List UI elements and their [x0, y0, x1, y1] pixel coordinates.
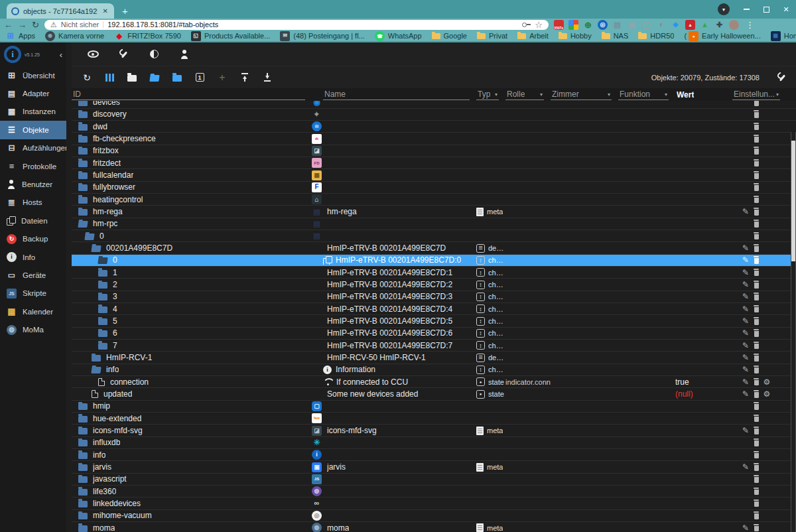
browser-menu-icon[interactable]: ⋮ — [746, 20, 754, 30]
delete-icon[interactable] — [753, 101, 760, 106]
object-row[interactable]: fullcalendar▦ — [72, 169, 796, 181]
password-key-icon[interactable] — [522, 22, 531, 27]
column-header-id[interactable]: ID — [72, 90, 305, 100]
default-expand-button[interactable] — [171, 72, 183, 84]
sidebar-item-objekte[interactable]: ☰Objekte — [0, 121, 66, 139]
object-row[interactable]: hm-rega▤hm-regameta✎ — [72, 206, 796, 218]
object-row[interactable]: fritzdectFD — [72, 157, 796, 169]
adblock-extension-icon[interactable]: 5507x — [554, 20, 564, 30]
back-icon[interactable]: ← — [4, 21, 13, 29]
object-row[interactable]: 0▤ — [72, 230, 796, 242]
columns-button[interactable] — [103, 72, 115, 84]
object-row[interactable]: fb-checkpresenceıIı — [72, 133, 796, 145]
delete-icon[interactable] — [753, 524, 760, 532]
delete-icon[interactable] — [753, 354, 760, 362]
object-row[interactable]: 2HmIP-eTRV-B 00201A499E8C7D:2↕channel✎ — [72, 279, 796, 291]
delete-icon[interactable] — [753, 475, 760, 483]
bookmark[interactable]: Privat — [477, 32, 507, 40]
droplet-extension-icon[interactable]: ◆ — [671, 20, 681, 30]
object-row[interactable]: hmip▢ — [72, 401, 796, 413]
delete-icon[interactable] — [753, 317, 760, 325]
delete-icon[interactable] — [753, 256, 760, 264]
object-row[interactable]: 7HmIP-eTRV-B 00201A499E8C7D:7↕channel✎ — [72, 340, 796, 352]
object-row[interactable]: HmIP-RCV-1HmIP-RCV-50 HmIP-RCV-1☰device✎ — [72, 352, 796, 364]
edit-icon[interactable]: ✎ — [742, 524, 749, 532]
bookmark[interactable]: NAS — [602, 32, 629, 40]
delete-icon[interactable] — [753, 305, 760, 313]
edit-icon[interactable]: ✎ — [742, 390, 749, 398]
object-row[interactable]: 1HmIP-eTRV-B 00201A499E8C7D:1↕channel✎ — [72, 267, 796, 279]
delete-icon[interactable] — [753, 293, 760, 300]
object-row[interactable]: 4HmIP-eTRV-B 00201A499E8C7D:4↕channel✎ — [72, 303, 796, 315]
globe-extension-icon[interactable]: ⊕ — [583, 20, 593, 30]
bookmark[interactable]: ◉Kamera vorne — [45, 31, 104, 41]
object-row[interactable]: influxdb✳ — [72, 437, 796, 449]
object-row[interactable]: discovery⌖ — [72, 109, 796, 121]
edit-icon[interactable]: ✎ — [742, 329, 749, 337]
sidebar-item-adapter[interactable]: ▤Adapter — [0, 84, 66, 102]
copy-icon[interactable] — [323, 256, 332, 265]
column-header-funktion[interactable]: Funktion▾ — [618, 90, 669, 100]
object-row[interactable]: fullybrowserF — [72, 182, 796, 194]
target-extension-icon[interactable]: ◎ — [598, 20, 608, 30]
column-header-name[interactable]: Name — [323, 90, 470, 100]
edit-icon[interactable]: ✎ — [742, 208, 749, 216]
close-button[interactable]: ✕ — [776, 0, 796, 19]
media-controls-button[interactable]: ▼ — [718, 3, 730, 15]
google-arc-extension-icon[interactable] — [568, 20, 578, 30]
column-header-rolle[interactable]: Rolle▾ — [505, 90, 544, 100]
delete-icon[interactable] — [753, 329, 760, 337]
ring-extension-icon[interactable]: ◯ — [641, 20, 651, 30]
delete-icon[interactable] — [753, 488, 760, 496]
sidebar-item-hosts[interactable]: ≣Hosts — [0, 194, 66, 212]
delete-icon[interactable] — [753, 402, 760, 410]
delete-icon[interactable] — [753, 366, 760, 373]
address-bar[interactable]: ⚠ Nicht sicher 192.168.178.51:8081/#tab-… — [44, 20, 549, 30]
delete-icon[interactable] — [753, 269, 760, 277]
object-row[interactable]: icons-mfd-svg◪icons-mfd-svgmeta✎ — [72, 425, 796, 436]
object-row[interactable]: fritzbox◪ — [72, 145, 796, 157]
delete-icon[interactable] — [753, 244, 760, 252]
key-extension-icon[interactable]: ♀ — [656, 20, 666, 30]
edit-icon[interactable]: ✎ — [742, 317, 749, 325]
new-tab-button[interactable]: + — [122, 3, 128, 19]
settings-wrench-icon[interactable] — [777, 72, 787, 82]
delete-icon[interactable] — [753, 390, 760, 398]
delete-icon[interactable] — [753, 499, 760, 507]
filter-caret-icon[interactable]: ▾ — [540, 92, 543, 98]
edit-icon[interactable]: ✎ — [742, 269, 749, 277]
bookmark[interactable]: ☎WhatsApp — [375, 31, 422, 41]
visibility-button[interactable] — [86, 48, 100, 61]
edit-icon[interactable]: ✎ — [742, 293, 749, 300]
delete-icon[interactable] — [753, 208, 760, 216]
delete-icon[interactable] — [753, 415, 760, 423]
object-row[interactable]: mihome-vacuum◎ — [72, 510, 796, 522]
delete-icon[interactable] — [753, 159, 760, 167]
export-button[interactable] — [261, 72, 273, 84]
object-row[interactable]: moma◍momameta✎ — [72, 522, 796, 532]
import-button[interactable] — [239, 72, 251, 84]
bookmark[interactable]: (●Early Halloween... — [684, 31, 760, 41]
delete-icon[interactable] — [753, 232, 760, 240]
column-header-zimmer[interactable]: Zimmer▾ — [551, 90, 612, 100]
delete-icon[interactable] — [753, 196, 760, 204]
bookmark[interactable]: ⊞Apps — [5, 31, 35, 41]
object-row[interactable]: 00201A499E8C7DHmIP-eTRV-B 00201A499E8C7D… — [72, 242, 796, 254]
delete-icon[interactable] — [753, 281, 760, 289]
edit-icon[interactable]: ✎ — [742, 281, 749, 289]
theme-toggle-button[interactable] — [147, 48, 161, 61]
filter-caret-icon[interactable]: ▾ — [665, 92, 667, 98]
bookmark[interactable]: ◱Products Available... — [191, 31, 270, 41]
bookmark[interactable]: Arbeit — [517, 32, 549, 40]
object-row[interactable]: heatingcontrol⌂ — [72, 194, 796, 206]
delete-icon[interactable] — [753, 183, 760, 191]
sidebar-item-dateien[interactable]: Dateien — [0, 212, 66, 230]
delete-icon[interactable] — [753, 438, 760, 446]
edit-icon[interactable]: ✎ — [742, 244, 749, 252]
sidebar-item-aufzaehlungen[interactable]: ⊟Aufzählungen — [0, 139, 66, 157]
refresh-button[interactable]: ↻ — [81, 72, 93, 84]
collapse-all-button[interactable] — [126, 72, 138, 84]
scrollbar-thumb[interactable] — [791, 141, 795, 261]
add-object-button[interactable]: + — [216, 72, 228, 84]
scrollbar[interactable] — [791, 132, 796, 532]
